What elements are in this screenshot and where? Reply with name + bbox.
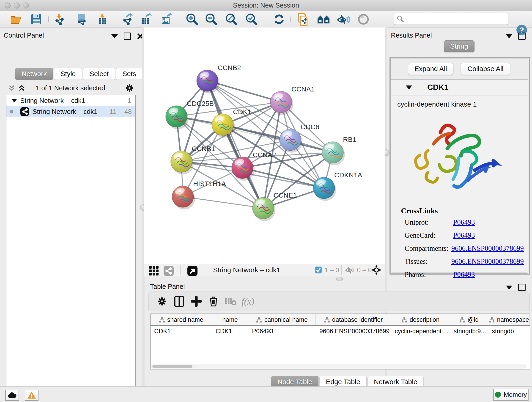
float-panel-icon[interactable] (518, 32, 526, 40)
column-header-name[interactable]: name (212, 314, 248, 325)
network-collection-row[interactable]: String Network – cdk1 1 (6, 95, 135, 106)
table-cell[interactable]: cyclin-dependent ... (391, 326, 450, 337)
panel-menu-icon[interactable] (506, 34, 512, 38)
crosslink-link[interactable]: P06493 (453, 231, 475, 240)
fit-content-icon[interactable] (371, 265, 382, 275)
import-database-button[interactable] (75, 13, 88, 26)
collapse-arrow-icon[interactable] (12, 99, 17, 102)
horizontal-splitter-handle[interactable] (336, 277, 343, 281)
tab-style[interactable]: Style (54, 68, 82, 80)
column-header-databaseidentifier[interactable]: database identifier (316, 314, 391, 325)
network-view-button[interactable] (162, 265, 175, 277)
export-image-button[interactable] (160, 13, 173, 26)
crosslink-link[interactable]: 9606.ENSP00000378699 (451, 244, 524, 253)
node-CCNA1[interactable] (270, 91, 293, 115)
save-session-button[interactable] (30, 13, 43, 26)
toolbar-separator (180, 265, 181, 275)
gene-description: cyclin-dependent kinase 1 (397, 100, 477, 108)
node-CDK1[interactable] (212, 114, 235, 138)
gear-icon[interactable] (125, 83, 134, 93)
table-cell[interactable]: stringdb:9... (450, 326, 488, 337)
table-settings-button[interactable] (156, 295, 168, 308)
export-table-button[interactable] (140, 13, 152, 26)
open-session-button[interactable] (10, 13, 23, 26)
tab-select[interactable]: Select (83, 68, 115, 80)
node-CDC25B[interactable] (166, 106, 189, 129)
table-cell[interactable]: CDK1 (151, 326, 212, 337)
network-row-selected[interactable]: String Network – cdk1 11 48 (6, 106, 135, 117)
add-column-button[interactable] (190, 295, 203, 308)
float-panel-icon[interactable] (124, 32, 131, 40)
export-network-button[interactable] (121, 13, 134, 26)
collection-label: String Network – cdk1 (20, 97, 85, 104)
grid-view-button[interactable] (147, 265, 160, 277)
tab-network-table[interactable]: Network Table (367, 376, 424, 388)
network-graph[interactable]: CCNB2CCNA1CDC25BCDK1CDC6RB1CCNB1CCNA2CDK… (144, 27, 385, 264)
panel-menu-icon[interactable] (506, 286, 512, 289)
tab-edge-table[interactable]: Edge Table (319, 376, 367, 388)
column-header-namespace[interactable]: namespace (488, 314, 530, 325)
table-cell[interactable]: CDK1 (212, 326, 248, 337)
collapse-gene-icon[interactable] (406, 85, 412, 89)
zoom-out-button[interactable] (205, 13, 218, 26)
horizontal-scrollbar[interactable] (151, 364, 526, 369)
table-cell[interactable]: 9606.ENSP00000378699 (316, 326, 391, 337)
node-CCNA2[interactable] (232, 157, 254, 181)
toolbar-separator (204, 265, 204, 275)
refresh-network-button[interactable] (273, 13, 285, 26)
column-header-canonicalname[interactable]: canonical name (248, 314, 316, 325)
delete-table-button[interactable] (224, 295, 237, 308)
float-panel-icon[interactable] (518, 284, 526, 291)
column-header-id[interactable]: @id (450, 314, 488, 325)
houses-icon (317, 14, 330, 25)
tab-network[interactable]: Network (15, 68, 53, 80)
cloud-status-button[interactable] (5, 390, 19, 401)
column-header-sharedname[interactable]: shared name (151, 314, 212, 325)
scrollbar-thumb[interactable] (152, 365, 192, 368)
column-label: shared name (167, 316, 203, 323)
network-view-toolbar: String Network – cdk1 1 – 0 0 – 0 (144, 264, 385, 276)
zoom-in-button[interactable] (186, 13, 198, 26)
duplicate-network-button[interactable] (297, 13, 309, 26)
crosslink-link[interactable]: P06493 (453, 218, 475, 226)
search-input[interactable] (406, 15, 506, 23)
node-label-CCNB1: CCNB1 (192, 145, 215, 153)
tab-sets[interactable]: Sets (116, 68, 143, 80)
birds-eye-view-button[interactable] (186, 265, 199, 277)
import-table-button[interactable] (96, 13, 109, 26)
network-canvas[interactable]: CCNB2CCNA1CDC25BCDK1CDC6RB1CCNB1CCNA2CDK… (144, 27, 385, 264)
level-of-detail-button[interactable] (357, 13, 370, 26)
warnings-button[interactable] (25, 390, 38, 401)
toolbar-search[interactable] (394, 13, 508, 25)
crosslink-link[interactable]: 9606.ENSP00000378699 (451, 257, 524, 266)
delete-column-button[interactable] (207, 295, 220, 308)
node-CDKN1A[interactable] (313, 177, 336, 201)
zoom-selected-button[interactable] (245, 13, 258, 26)
memory-label: Memory (504, 391, 527, 398)
first-neighbors-button[interactable] (317, 13, 330, 26)
node-CDC6[interactable] (279, 129, 302, 153)
show-hide-graphics-button[interactable] (337, 13, 350, 26)
node-RB1[interactable] (322, 142, 345, 165)
zoom-fit-button[interactable] (225, 13, 238, 26)
tab-node-table[interactable]: Node Table (271, 376, 318, 388)
show-columns-button[interactable] (173, 295, 186, 308)
zoom-out-icon (205, 13, 217, 26)
crosslink-link[interactable]: P06493 (453, 270, 475, 279)
import-network-button[interactable] (53, 13, 66, 26)
network-tree: String Network – cdk1 1 String Network –… (6, 95, 136, 402)
panel-menu-icon[interactable] (111, 34, 118, 38)
collapse-all-button[interactable]: Collapse All (461, 63, 510, 75)
table-cell[interactable]: P06493 (248, 326, 316, 337)
memory-button[interactable]: Memory (493, 389, 529, 401)
selected-checkbox[interactable] (315, 267, 322, 274)
column-header-description[interactable]: description (391, 314, 450, 325)
expand-all-button[interactable]: Expand All (408, 63, 453, 75)
tab-string[interactable]: String (444, 40, 475, 52)
gene-header[interactable]: CDK1 (391, 80, 528, 96)
columns-icon (174, 296, 184, 307)
table-cell[interactable]: stringdb (488, 326, 530, 337)
function-builder-button[interactable]: f(x) (241, 295, 254, 308)
table-row[interactable]: CDK1CDK1P064939606.ENSP00000378699cyclin… (151, 326, 530, 337)
node-HIST1H1A[interactable] (172, 186, 195, 210)
